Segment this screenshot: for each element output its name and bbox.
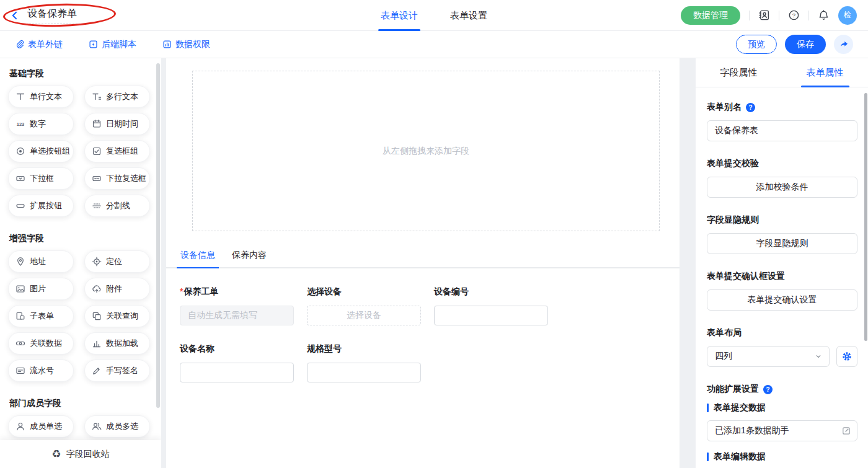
field-item-image[interactable]: 图片 — [8, 278, 74, 300]
field-library-sidebar: 基础字段单行文本多行文本数字日期时间单选按钮组复选框组下拉框下拉复选框扩展按钮分… — [0, 58, 161, 468]
sidebar-scrollbar[interactable] — [156, 63, 160, 408]
field-item-relation-data[interactable]: 关联数据 — [8, 332, 74, 355]
field-item-member-single[interactable]: 成员单选 — [8, 415, 74, 438]
canvas-field-label: 规格型号 — [307, 343, 421, 355]
help-icon[interactable] — [746, 103, 755, 112]
properties-panel: 字段属性 表单属性 表单别名 设备保养表 表单提交校验 添加校验条件 字段显隐规… — [696, 58, 868, 468]
submit-confirm-button[interactable]: 表单提交确认设置 — [707, 289, 857, 311]
field-item-label: 数据加载 — [106, 338, 138, 349]
field-item-label: 定位 — [106, 256, 122, 267]
panel-tabs: 字段属性 表单属性 — [696, 58, 868, 87]
field-item-label: 手写签名 — [106, 365, 138, 376]
field-item-extend-button[interactable]: 扩展按钮 — [8, 195, 74, 217]
backend-script-link[interactable]: 后端脚本 — [89, 39, 136, 50]
dropzone-hint: 从左侧拖拽来添加字段 — [383, 146, 469, 157]
single-text-icon — [16, 92, 25, 102]
save-button[interactable]: 保存 — [785, 35, 826, 54]
accent-bar — [707, 404, 709, 412]
field-item-relation-query[interactable]: 关联查询 — [84, 305, 150, 327]
submit-data-label: 表单提交数据 — [714, 402, 766, 413]
canvas-field-input[interactable]: 自动生成无需填写 — [180, 306, 294, 325]
tab-form-settings[interactable]: 表单设置 — [450, 0, 487, 31]
form-canvas: 从左侧拖拽来添加字段 设备信息 保养内容 *保养工单自动生成无需填写选择设备选择… — [166, 58, 680, 468]
field-item-radio-group[interactable]: 单选按钮组 — [8, 140, 74, 162]
field-item-signature[interactable]: 手写签名 — [84, 360, 150, 382]
tab-maintenance-content[interactable]: 保养内容 — [232, 250, 267, 267]
add-validation-button[interactable]: 添加校验条件 — [707, 177, 857, 198]
field-item-data-load[interactable]: 数据加载 — [84, 332, 150, 355]
submit-data-field[interactable]: 已添加1条数据助手 — [707, 420, 857, 441]
field-item-datetime[interactable]: 日期时间 — [84, 113, 150, 135]
tab-device-info[interactable]: 设备信息 — [180, 250, 215, 267]
back-button[interactable] — [10, 11, 20, 20]
field-item-locate[interactable]: 定位 — [84, 250, 150, 273]
field-item-label: 单选按钮组 — [30, 146, 70, 157]
field-item-multi-text[interactable]: 多行文本 — [84, 86, 150, 108]
field-recycle-bin[interactable]: ♻ 字段回收站 — [0, 440, 161, 468]
sidebar-group-items: 地址定位图片附件子表单关联查询关联数据数据加载流水号手写签名 — [8, 250, 161, 382]
canvas-field[interactable]: 设备名称 — [180, 343, 294, 382]
canvas-field-input[interactable] — [434, 306, 548, 325]
canvas-field[interactable]: 规格型号 — [307, 343, 421, 382]
section-extension-settings: 功能扩展设置 表单提交数据 已添加1条数据助手 表单编辑数据 添加操作 — [707, 384, 857, 468]
field-item-single-text[interactable]: 单行文本 — [8, 86, 74, 108]
data-permission-link[interactable]: 数据权限 — [162, 39, 210, 50]
field-item-subform[interactable]: 子表单 — [8, 305, 74, 327]
accent-bar — [707, 453, 709, 461]
field-item-attachment[interactable]: 附件 — [84, 278, 150, 300]
avatar[interactable]: 检 — [838, 6, 857, 25]
field-item-label: 下拉复选框 — [106, 173, 146, 184]
address-icon — [16, 257, 25, 267]
sidebar-group-title: 增强字段 — [9, 233, 161, 244]
dropzone[interactable]: 从左侧拖拽来添加字段 — [192, 71, 660, 231]
field-item-label: 成员多选 — [106, 421, 138, 432]
field-item-select[interactable]: 下拉框 — [8, 167, 74, 190]
field-item-divider[interactable]: 分割线 — [84, 195, 150, 217]
field-item-number[interactable]: 数字 — [8, 113, 74, 135]
canvas-field-input[interactable] — [180, 363, 294, 382]
field-item-multi-select[interactable]: 下拉复选框 — [84, 167, 150, 190]
tab-form-design[interactable]: 表单设计 — [381, 0, 418, 31]
script-icon — [89, 40, 98, 49]
signature-icon — [92, 366, 102, 376]
form-alias-input[interactable]: 设备保养表 — [707, 120, 857, 141]
help-icon[interactable]: ? — [788, 9, 800, 21]
canvas-field-input[interactable]: 选择设备 — [307, 306, 421, 325]
multi-text-icon — [92, 92, 102, 102]
main-area: 基础字段单行文本多行文本数字日期时间单选按钮组复选框组下拉框下拉复选框扩展按钮分… — [0, 58, 868, 468]
canvas-field[interactable]: 设备编号 — [434, 286, 548, 325]
layout-settings-button[interactable] — [836, 346, 857, 367]
share-button[interactable] — [834, 35, 853, 54]
field-item-member-multi[interactable]: 成员多选 — [84, 415, 150, 438]
tab-form-properties[interactable]: 表单属性 — [782, 58, 868, 87]
radio-group-icon — [16, 146, 25, 156]
data-manage-button[interactable]: 数据管理 — [681, 6, 740, 25]
preview-button[interactable]: 预览 — [736, 35, 777, 54]
tab-field-properties[interactable]: 字段属性 — [696, 58, 782, 87]
field-item-address[interactable]: 地址 — [8, 250, 74, 273]
section-form-alias: 表单别名 设备保养表 — [707, 102, 857, 141]
layout-select[interactable]: 四列 — [707, 346, 830, 367]
checkbox-group-icon — [92, 146, 102, 156]
app-header: 设备保养单 表单设计 表单设置 数据管理 ? 检 — [0, 0, 868, 31]
field-recycle-bin-label: 字段回收站 — [66, 449, 110, 460]
paperclip-icon — [15, 40, 24, 49]
visibility-rules-button[interactable]: 字段显隐规则 — [707, 233, 857, 254]
serial-number-icon — [16, 366, 25, 376]
bell-icon[interactable] — [818, 9, 830, 21]
field-item-checkbox-group[interactable]: 复选框组 — [84, 140, 150, 162]
section-submit-confirm: 表单提交确认框设置 表单提交确认设置 — [707, 271, 857, 311]
form-external-link[interactable]: 表单外链 — [15, 39, 63, 50]
canvas-field-input[interactable] — [307, 363, 421, 382]
canvas-field[interactable]: 选择设备选择设备 — [307, 286, 421, 325]
canvas-field-label: 选择设备 — [307, 286, 421, 298]
address-book-icon[interactable] — [758, 9, 770, 21]
page-title[interactable]: 设备保养单 — [26, 6, 81, 24]
canvas-field[interactable]: *保养工单自动生成无需填写 — [180, 286, 294, 325]
edit-icon[interactable] — [841, 426, 851, 436]
help-icon[interactable] — [763, 385, 773, 394]
field-item-serial-number[interactable]: 流水号 — [8, 360, 74, 382]
panel-scrollbar[interactable] — [864, 93, 867, 341]
field-item-label: 子表单 — [30, 311, 54, 322]
field-item-label: 数字 — [30, 118, 46, 130]
